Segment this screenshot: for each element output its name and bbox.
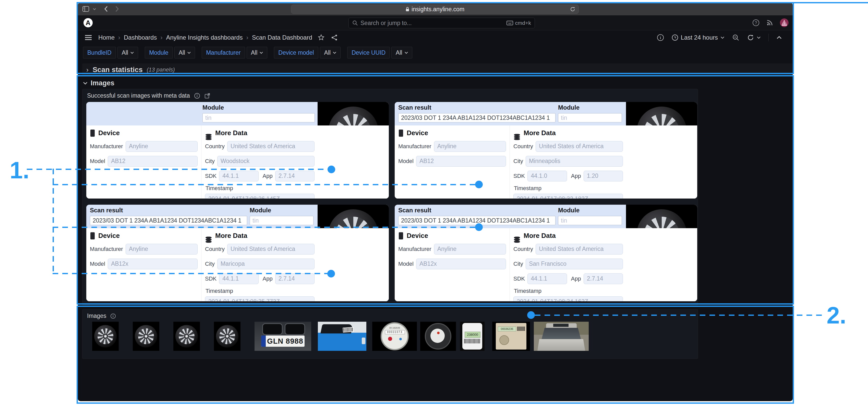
info-icon[interactable] bbox=[110, 313, 116, 319]
time-range-label: Last 24 hours bbox=[681, 34, 718, 41]
help-icon[interactable]: ? bbox=[752, 19, 760, 26]
model-input[interactable]: AB12x bbox=[416, 259, 506, 269]
back-button[interactable] bbox=[104, 6, 108, 12]
country-input[interactable]: United States of America bbox=[536, 141, 623, 152]
timestamp-input[interactable]: 2024-01-04T17:08:26.145Z bbox=[205, 194, 314, 199]
menu-icon[interactable] bbox=[85, 34, 92, 40]
dashboard-insights-icon[interactable] bbox=[657, 34, 664, 41]
module-input[interactable]: tin bbox=[203, 113, 315, 122]
breadcrumb-folder[interactable]: Anyline Insights dashboards bbox=[166, 34, 243, 41]
module-input[interactable]: tin bbox=[250, 216, 313, 225]
thumbnail-car-side[interactable] bbox=[318, 322, 366, 351]
more-data-icon bbox=[514, 237, 520, 239]
app-input[interactable]: 2.7.14 bbox=[275, 171, 314, 181]
scan-result-input[interactable]: 2023/03 DOT 1 234A AB1A1234 DOT1234ABC1A… bbox=[398, 216, 556, 225]
module-input[interactable]: tin bbox=[558, 113, 622, 122]
thumbnail-water-meter[interactable]: 39 18264800031073 bbox=[372, 322, 417, 351]
sdk-input[interactable]: 44.1.0 bbox=[527, 171, 567, 181]
filter-manufacturer-label[interactable]: Manufacturer bbox=[202, 47, 245, 59]
chevron-down-icon[interactable] bbox=[93, 8, 96, 10]
filter-device-uuid-value[interactable]: All bbox=[391, 47, 412, 59]
country-input[interactable]: United States of America bbox=[227, 244, 314, 255]
collapse-chevron-up-icon[interactable] bbox=[776, 36, 782, 39]
breadcrumb-dashboards[interactable]: Dashboards bbox=[124, 34, 157, 41]
thumbnail-tire[interactable] bbox=[214, 322, 241, 351]
search-icon bbox=[352, 20, 358, 26]
filter-module-label[interactable]: Module bbox=[145, 47, 173, 59]
forward-button[interactable] bbox=[115, 6, 119, 12]
keyboard-icon bbox=[506, 21, 513, 25]
zoom-out-icon[interactable] bbox=[732, 34, 739, 41]
lock-icon bbox=[405, 7, 409, 12]
device-icon bbox=[399, 232, 403, 239]
device-icon bbox=[90, 232, 95, 239]
filter-device-uuid-label[interactable]: Device UUID bbox=[347, 47, 390, 59]
thumbnail-tire[interactable] bbox=[173, 322, 200, 351]
scan-result-input[interactable]: 2023/03 DOT 1 234A AB1A1234 DOT1234ABC1A… bbox=[398, 113, 556, 122]
sidebar-icon[interactable] bbox=[83, 6, 89, 12]
section-images-header[interactable]: Images bbox=[83, 79, 114, 87]
filter-bundleid-value[interactable]: All bbox=[118, 47, 138, 59]
star-icon[interactable] bbox=[318, 34, 324, 41]
app-input[interactable]: 2.7.14 bbox=[584, 273, 623, 284]
scan-card-4: Scan result 2023/03 DOT 1 234A AB1A1234 … bbox=[395, 205, 697, 301]
time-range-picker[interactable]: Last 24 hours bbox=[672, 34, 724, 41]
app-input[interactable]: 1.20 bbox=[584, 171, 623, 181]
module-label: Module bbox=[203, 104, 315, 111]
manufacturer-input[interactable]: Anyline bbox=[126, 244, 197, 255]
thumbnail-tire[interactable] bbox=[92, 322, 119, 351]
sdk-input[interactable]: 44.1.1 bbox=[219, 273, 258, 284]
filter-manufacturer-value[interactable]: All bbox=[247, 47, 268, 59]
country-input[interactable]: United States of America bbox=[227, 141, 314, 152]
filter-device-model-value[interactable]: All bbox=[320, 47, 341, 59]
city-input[interactable]: Maricopa bbox=[217, 259, 314, 269]
model-input[interactable]: AB12 bbox=[108, 156, 197, 167]
timestamp-input[interactable]: 2024-01-04T17:08:32.182Z bbox=[514, 194, 623, 199]
annotation-label-2: 2. bbox=[827, 303, 846, 327]
city-input[interactable]: Woodstock bbox=[217, 156, 314, 167]
timestamp-input[interactable]: 2024-01-04T17:08:34.162Z bbox=[514, 296, 623, 301]
thumbnail-electric-meter[interactable]: 00036236 bbox=[492, 322, 530, 351]
thumbnail-round-meter[interactable] bbox=[420, 322, 456, 351]
external-link-icon[interactable] bbox=[204, 93, 210, 99]
timestamp-input[interactable]: 2024-01-04T17:08:35.773Z bbox=[205, 296, 314, 301]
more-data-section-title: More Data bbox=[524, 129, 556, 137]
model-input[interactable]: AB12x bbox=[108, 259, 197, 269]
city-input[interactable]: Minneapolis bbox=[526, 156, 623, 167]
news-rss-icon[interactable] bbox=[766, 19, 773, 26]
refresh-control[interactable] bbox=[747, 34, 761, 41]
annotation-dash-line-vertical bbox=[53, 169, 54, 274]
sdk-input[interactable]: 44.1.1 bbox=[527, 273, 567, 284]
filter-module-value[interactable]: All bbox=[174, 47, 195, 59]
reload-icon[interactable] bbox=[570, 6, 576, 12]
address-bar[interactable]: insights.anyline.com bbox=[291, 5, 579, 14]
filter-device-model-label[interactable]: Device model bbox=[274, 47, 318, 59]
anyline-logo[interactable]: A bbox=[84, 18, 93, 27]
city-input[interactable]: San Francisco bbox=[526, 259, 623, 269]
info-icon[interactable] bbox=[194, 93, 200, 99]
module-input[interactable]: tin bbox=[558, 216, 622, 225]
share-icon[interactable] bbox=[331, 34, 338, 41]
model-input[interactable]: AB12 bbox=[416, 156, 506, 167]
country-input[interactable]: United States of America bbox=[536, 244, 623, 255]
user-avatar[interactable] bbox=[780, 19, 788, 27]
scan-result-label: Scan result bbox=[90, 207, 247, 214]
section-scan-statistics[interactable]: › Scan statistics (13 panels) bbox=[82, 63, 793, 76]
manufacturer-input[interactable]: Anyline bbox=[434, 244, 506, 255]
thumbnail-row: GLN 898839 1826480003107323800000036236 bbox=[92, 322, 589, 351]
breadcrumb-home[interactable]: Home bbox=[98, 34, 115, 41]
refresh-icon bbox=[747, 34, 754, 41]
sdk-input[interactable]: 44.1.1 bbox=[219, 171, 258, 181]
filter-bundleid-label[interactable]: BundleID bbox=[83, 47, 116, 59]
app-input[interactable]: 2.7.14 bbox=[275, 273, 314, 284]
manufacturer-input[interactable]: Anyline bbox=[126, 141, 197, 152]
scan-result-input[interactable]: 2023/03 DOT 1 234A AB1A1234 DOT1234ABC1A… bbox=[90, 216, 247, 225]
chevron-down-icon bbox=[757, 36, 761, 39]
thumbnail-tire[interactable] bbox=[133, 322, 159, 351]
search-input[interactable]: Search or jump to... cmd+k bbox=[348, 18, 535, 28]
manufacturer-input[interactable]: Anyline bbox=[434, 141, 506, 152]
thumbnail-car-windshield[interactable] bbox=[534, 322, 589, 351]
more-data-section-title: More Data bbox=[215, 129, 247, 137]
thumbnail-license-plate[interactable]: GLN 8988 bbox=[254, 322, 311, 351]
thumbnail-digital-meter[interactable]: 238000 bbox=[460, 322, 485, 351]
